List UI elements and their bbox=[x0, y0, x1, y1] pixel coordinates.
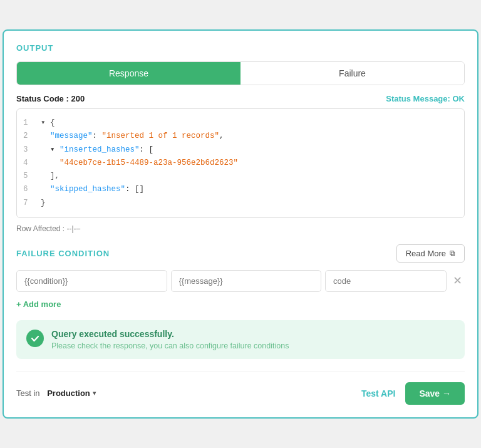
test-api-button[interactable]: Test API bbox=[361, 388, 395, 399]
code-line-5: 5 ], bbox=[23, 170, 458, 183]
add-more-button[interactable]: + Add more bbox=[16, 300, 465, 309]
success-subtitle: Please check the response, you can also … bbox=[51, 341, 289, 350]
status-message: Status Message: OK bbox=[386, 94, 465, 103]
code-line-2: 2 "message": "inserted 1 of 1 records", bbox=[23, 130, 458, 143]
read-more-button[interactable]: Read More ⧉ bbox=[396, 244, 465, 263]
status-code: Status Code : 200 bbox=[16, 94, 85, 103]
success-icon-wrap bbox=[26, 330, 44, 347]
environment-label: Production bbox=[47, 388, 90, 398]
row-affected: Row Affected : --|-– bbox=[16, 224, 465, 233]
code-line-4: 4 "44ceb7ce-1b15-4489-a23a-956e2b6d2623" bbox=[23, 157, 458, 170]
output-label: OUTPUT bbox=[16, 43, 465, 53]
success-title: Query executed successfully. bbox=[51, 329, 289, 339]
message-input[interactable] bbox=[171, 270, 322, 292]
code-block: 1 ▾ { 2 "message": "inserted 1 of 1 reco… bbox=[16, 108, 465, 218]
footer-right: Test API Save → bbox=[361, 382, 465, 405]
remove-row-button[interactable]: ✕ bbox=[450, 274, 465, 288]
status-message-label: Status Message: bbox=[386, 94, 450, 103]
test-in-section: Test in Production ▾ bbox=[16, 388, 96, 398]
status-code-value: 200 bbox=[71, 94, 85, 103]
failure-condition-label: FAILURE CONDITION bbox=[16, 249, 110, 258]
check-icon bbox=[30, 333, 40, 343]
success-text: Query executed successfully. Please chec… bbox=[51, 329, 289, 350]
environment-dropdown-arrow[interactable]: ▾ bbox=[93, 389, 96, 397]
code-input[interactable] bbox=[325, 270, 447, 292]
code-line-7: 7 } bbox=[23, 197, 458, 210]
status-code-label: Status Code : bbox=[16, 94, 69, 103]
success-banner: Query executed successfully. Please chec… bbox=[16, 320, 465, 359]
row-affected-label: Row Affected : bbox=[16, 224, 65, 233]
save-button[interactable]: Save → bbox=[405, 382, 465, 405]
test-in-label: Test in bbox=[16, 388, 40, 398]
footer: Test in Production ▾ Test API Save → bbox=[16, 372, 465, 405]
external-link-icon: ⧉ bbox=[450, 249, 455, 258]
condition-input[interactable] bbox=[16, 270, 167, 292]
failure-inputs-row: ✕ bbox=[16, 270, 465, 292]
main-container: OUTPUT Response Failure Status Code : 20… bbox=[3, 29, 478, 419]
tab-response[interactable]: Response bbox=[17, 62, 240, 85]
status-row: Status Code : 200 Status Message: OK bbox=[16, 94, 465, 103]
code-line-6: 6 "skipped_hashes": [] bbox=[23, 183, 458, 196]
code-line-3: 3 ▾ "inserted_hashes": [ bbox=[23, 143, 458, 157]
row-affected-value: --|-– bbox=[67, 224, 81, 233]
failure-condition-header: FAILURE CONDITION Read More ⧉ bbox=[16, 244, 465, 263]
read-more-label: Read More bbox=[406, 249, 446, 258]
tabs-row: Response Failure bbox=[16, 61, 465, 85]
code-line-1: 1 ▾ { bbox=[23, 117, 458, 130]
tab-failure[interactable]: Failure bbox=[240, 62, 464, 85]
status-message-value: OK bbox=[453, 94, 465, 103]
